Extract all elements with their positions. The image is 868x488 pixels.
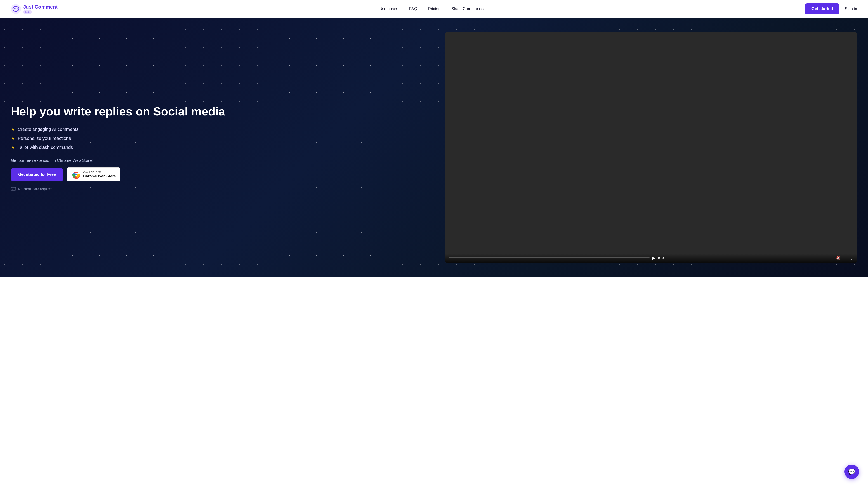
- navbar: Just Comment Beta Use cases FAQ Pricing …: [0, 0, 868, 18]
- star-icon-2: ★: [11, 135, 15, 141]
- video-fullscreen-icon[interactable]: ⛶: [843, 256, 847, 260]
- chrome-logo-icon: [71, 170, 81, 179]
- nav-links: Use cases FAQ Pricing Slash Commands: [379, 6, 484, 11]
- logo-text: Just Comment Beta: [23, 4, 58, 13]
- hero-content: Help you write replies on Social media ★…: [11, 104, 434, 191]
- svg-point-3: [16, 8, 16, 9]
- hero-cta-text: Get our new extension in Chrome Web Stor…: [11, 158, 434, 163]
- logo-link[interactable]: Just Comment Beta: [11, 4, 58, 14]
- star-icon-3: ★: [11, 144, 15, 150]
- hero-title: Help you write replies on Social media: [11, 104, 434, 119]
- nav-pricing[interactable]: Pricing: [428, 6, 440, 11]
- logo-name: Just Comment: [23, 4, 58, 10]
- video-controls: ▶ 0:00 🔇 ⛶ ⋮: [445, 254, 857, 263]
- video-control-icons: 🔇 ⛶ ⋮: [836, 256, 853, 260]
- hero-feature-3: ★ Tailor with slash commands: [11, 144, 434, 150]
- bottom-section: [0, 277, 868, 322]
- chrome-store-name-text: Chrome Web Store: [83, 174, 116, 178]
- hero-feature-2: ★ Personalize your reactions: [11, 135, 434, 141]
- svg-rect-8: [11, 187, 16, 191]
- no-credit-text: No credit card required: [18, 187, 53, 191]
- video-more-icon[interactable]: ⋮: [850, 256, 853, 260]
- logo-icon: [11, 4, 21, 14]
- svg-point-4: [17, 8, 18, 9]
- video-player: ▶ 0:00 🔇 ⛶ ⋮: [445, 32, 857, 263]
- hero-section: Help you write replies on Social media ★…: [0, 18, 868, 277]
- svg-point-7: [75, 173, 77, 175]
- hero-feature-1: ★ Create engaging AI comments: [11, 127, 434, 132]
- svg-point-2: [14, 8, 15, 9]
- nav-actions: Get started Sign in: [805, 3, 857, 14]
- hero-buttons: Get started for Free Avai: [11, 167, 434, 182]
- nav-slash-commands[interactable]: Slash Commands: [452, 6, 484, 11]
- credit-card-icon: [11, 187, 16, 191]
- video-play-button[interactable]: ▶: [652, 256, 655, 260]
- star-icon-1: ★: [11, 127, 15, 132]
- nav-faq[interactable]: FAQ: [409, 6, 417, 11]
- hero-features: ★ Create engaging AI comments ★ Personal…: [11, 127, 434, 150]
- video-screen: [445, 32, 857, 254]
- svg-rect-10: [12, 189, 13, 190]
- chrome-available-text: Available in the: [83, 170, 101, 174]
- no-credit-card: No credit card required: [11, 187, 434, 191]
- nav-sign-in-button[interactable]: Sign in: [845, 6, 857, 11]
- video-controls-row: ▶ 0:00 🔇 ⛶ ⋮: [652, 256, 853, 260]
- hero-video: ▶ 0:00 🔇 ⛶ ⋮: [434, 32, 857, 263]
- video-time-display: 0:00: [658, 256, 833, 260]
- hero-feature-2-text: Personalize your reactions: [18, 136, 71, 141]
- get-started-free-button[interactable]: Get started for Free: [11, 168, 63, 181]
- hero-feature-1-text: Create engaging AI comments: [18, 127, 79, 132]
- chrome-store-text: Available in the Chrome Web Store: [83, 170, 116, 178]
- nav-use-cases[interactable]: Use cases: [379, 6, 398, 11]
- video-progress-bar[interactable]: [449, 257, 650, 258]
- chrome-store-button[interactable]: Available in the Chrome Web Store: [67, 167, 121, 182]
- nav-get-started-button[interactable]: Get started: [805, 3, 839, 14]
- logo-badge: Beta: [23, 10, 32, 13]
- hero-feature-3-text: Tailor with slash commands: [18, 145, 73, 150]
- video-mute-icon[interactable]: 🔇: [836, 256, 841, 260]
